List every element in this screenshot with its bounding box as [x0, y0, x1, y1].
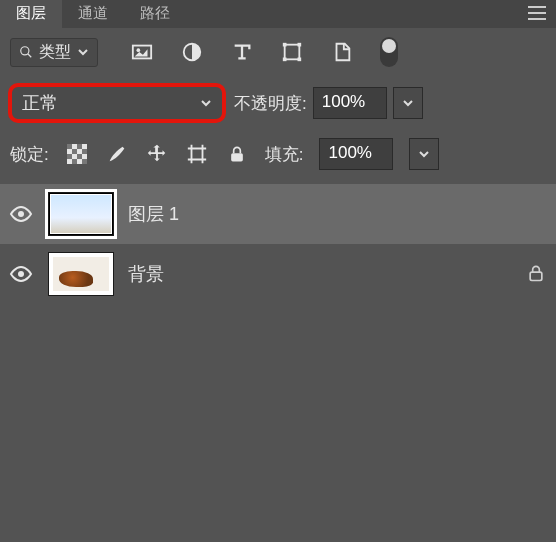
- adjustment-layer-filter-icon[interactable]: [180, 40, 204, 64]
- chevron-down-icon: [200, 97, 212, 109]
- svg-rect-21: [530, 272, 542, 280]
- svg-rect-15: [77, 154, 82, 159]
- lock-toolbar: 锁定: 填充: 100%: [0, 130, 556, 178]
- svg-rect-12: [72, 149, 77, 154]
- layers-list: 图层 1 背景: [0, 184, 556, 304]
- svg-point-0: [21, 47, 29, 55]
- opacity-dropdown[interactable]: [393, 87, 423, 119]
- lock-move-icon[interactable]: [145, 142, 169, 166]
- panel-tabs: 图层 通道 路径: [0, 0, 556, 28]
- filter-toolbar: 类型: [0, 28, 556, 76]
- type-filter-label: 类型: [39, 42, 71, 63]
- fill-label: 填充:: [265, 143, 304, 166]
- blend-mode-select[interactable]: 正常: [8, 83, 226, 123]
- chevron-down-icon: [77, 46, 89, 58]
- svg-rect-13: [82, 149, 87, 154]
- layer-row[interactable]: 图层 1: [0, 184, 556, 244]
- shape-layer-filter-icon[interactable]: [280, 40, 304, 64]
- tab-layers[interactable]: 图层: [0, 0, 62, 28]
- chevron-down-icon: [418, 148, 430, 160]
- lock-label: 锁定:: [10, 143, 49, 166]
- svg-point-2: [137, 48, 141, 52]
- lock-artboard-icon[interactable]: [185, 142, 209, 166]
- svg-rect-8: [298, 58, 302, 62]
- svg-rect-17: [82, 159, 87, 164]
- visibility-toggle[interactable]: [8, 201, 34, 227]
- fill-dropdown[interactable]: [409, 138, 439, 170]
- tab-channels[interactable]: 通道: [62, 0, 124, 28]
- svg-point-20: [18, 271, 24, 277]
- svg-rect-5: [283, 43, 287, 47]
- lock-all-icon[interactable]: [225, 142, 249, 166]
- filter-toggle[interactable]: [380, 37, 398, 67]
- opacity-label: 不透明度:: [234, 92, 307, 115]
- svg-rect-16: [72, 159, 77, 164]
- opacity-group: 不透明度: 100%: [234, 87, 423, 119]
- svg-rect-10: [67, 144, 72, 149]
- layer-thumbnail[interactable]: [48, 192, 114, 236]
- svg-point-19: [18, 211, 24, 217]
- blend-toolbar: 正常 不透明度: 100%: [0, 76, 556, 130]
- layer-thumbnail[interactable]: [48, 252, 114, 296]
- blend-mode-value: 正常: [22, 91, 58, 115]
- eye-icon: [9, 262, 33, 286]
- tab-paths[interactable]: 路径: [124, 0, 186, 28]
- lock-transparent-icon[interactable]: [65, 142, 89, 166]
- svg-rect-18: [231, 153, 243, 161]
- filter-icons: [130, 37, 398, 67]
- fill-input[interactable]: 100%: [319, 138, 393, 170]
- svg-rect-6: [298, 43, 302, 47]
- eye-icon: [9, 202, 33, 226]
- svg-rect-7: [283, 58, 287, 62]
- svg-rect-11: [77, 144, 82, 149]
- search-icon: [19, 45, 33, 59]
- svg-rect-14: [67, 154, 72, 159]
- panel-menu-icon[interactable]: [518, 0, 556, 28]
- layer-name[interactable]: 图层 1: [128, 202, 548, 226]
- smartobject-layer-filter-icon[interactable]: [330, 40, 354, 64]
- opacity-input[interactable]: 100%: [313, 87, 387, 119]
- pixel-layer-filter-icon[interactable]: [130, 40, 154, 64]
- layer-name[interactable]: 背景: [128, 262, 512, 286]
- layer-type-filter[interactable]: 类型: [10, 38, 98, 67]
- layer-row[interactable]: 背景: [0, 244, 556, 304]
- chevron-down-icon: [402, 97, 414, 109]
- type-layer-filter-icon[interactable]: [230, 40, 254, 64]
- svg-rect-4: [285, 45, 300, 60]
- lock-icon: [526, 263, 548, 285]
- visibility-toggle[interactable]: [8, 261, 34, 287]
- lock-brush-icon[interactable]: [105, 142, 129, 166]
